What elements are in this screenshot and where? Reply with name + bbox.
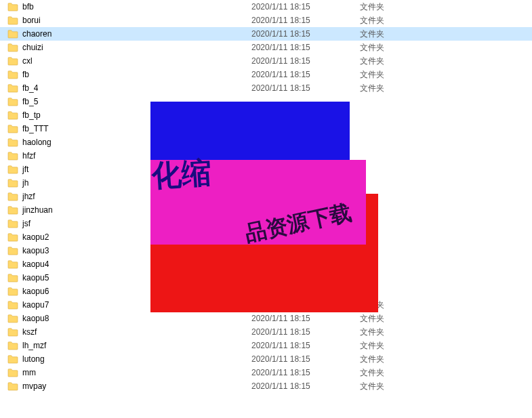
file-name: jft [22, 165, 28, 174]
file-row[interactable]: kszf2020/1/11 18:15文件夹 [0, 325, 532, 339]
name-cell[interactable]: jsf [7, 219, 251, 228]
folder-icon [7, 70, 18, 79]
name-cell[interactable]: fb_4 [7, 83, 251, 93]
date-cell: 2020/1/11 18:15 [251, 16, 360, 25]
file-row[interactable]: jhzf [0, 190, 532, 203]
name-cell[interactable]: haolong [7, 138, 251, 147]
name-cell[interactable]: kaopu8 [7, 314, 251, 323]
file-name: kaopu5 [22, 273, 49, 283]
file-row[interactable]: kaopu2 [0, 230, 532, 244]
name-cell[interactable]: hfzf [7, 151, 251, 161]
file-row[interactable]: jh [0, 176, 532, 190]
folder-icon [7, 219, 18, 228]
folder-icon [7, 124, 18, 133]
file-name: fb_TTT [22, 124, 49, 133]
name-cell[interactable]: kaopu3 [7, 246, 251, 255]
file-row[interactable]: fb_tp [0, 108, 532, 122]
name-cell[interactable]: fb_5 [7, 97, 251, 106]
type-cell: 文件夹 [360, 340, 428, 352]
name-cell[interactable]: borui [7, 16, 251, 25]
file-name: kaopu2 [22, 232, 49, 242]
file-row[interactable]: jft [0, 163, 532, 176]
folder-icon [7, 192, 18, 201]
folder-icon [7, 165, 18, 174]
file-row[interactable]: jinzhuan [0, 203, 532, 217]
name-cell[interactable]: mvpay [7, 381, 251, 391]
date-cell: 2020/1/11 18:15 [251, 83, 360, 93]
name-cell[interactable]: bfb [7, 2, 251, 12]
date-cell: 2020/1/11 18:15 [251, 56, 360, 66]
date-cell: 2020/1/11 18:15 [251, 381, 360, 391]
folder-icon [7, 56, 18, 66]
folder-icon [7, 83, 18, 93]
file-row[interactable]: kaopu3 [0, 244, 532, 257]
date-cell: 2020/1/11 18:15 [251, 341, 360, 350]
folder-icon [7, 2, 18, 12]
folder-icon [7, 205, 18, 215]
date-cell: 2020/1/11 18:15 [251, 29, 360, 39]
file-row[interactable]: chuizi2020/1/11 18:15文件夹 [0, 41, 532, 54]
file-row[interactable]: borui2020/1/11 18:15文件夹 [0, 14, 532, 27]
name-cell[interactable]: chuizi [7, 43, 251, 52]
file-row[interactable]: fb_42020/1/11 18:15文件夹 [0, 81, 532, 95]
file-row[interactable]: jsf [0, 217, 532, 230]
name-cell[interactable]: kaopu4 [7, 259, 251, 269]
name-cell[interactable]: jinzhuan [7, 205, 251, 215]
file-row[interactable]: kaopu82020/1/11 18:15文件夹 [0, 312, 532, 325]
file-row[interactable]: fb_5 [0, 95, 532, 108]
name-cell[interactable]: jft [7, 165, 251, 174]
file-name: kszf [22, 327, 37, 337]
date-cell: 2020/1/11 18:15 [251, 354, 360, 364]
type-cell: 文件夹 [360, 367, 428, 379]
name-cell[interactable]: lutong [7, 354, 251, 364]
date-cell: 2020/1/11 18:15 [251, 70, 360, 79]
name-cell[interactable]: cxl [7, 56, 251, 66]
name-cell[interactable]: jh [7, 178, 251, 188]
file-row[interactable]: lutong2020/1/11 18:15文件夹 [0, 352, 532, 366]
file-row[interactable]: kaopu5 [0, 271, 532, 285]
file-name: bfb [22, 2, 34, 12]
file-name: jh [22, 178, 28, 188]
name-cell[interactable]: kszf [7, 327, 251, 337]
file-row[interactable]: haolong [0, 135, 532, 149]
file-row[interactable]: fb2020/1/11 18:15文件夹 [0, 68, 532, 81]
name-cell[interactable]: fb_TTT [7, 124, 251, 133]
type-cell: 文件夹 [360, 313, 428, 325]
file-row[interactable]: chaoren2020/1/11 18:15文件夹 [0, 27, 532, 41]
name-cell[interactable]: mm [7, 368, 251, 377]
file-row[interactable]: kaopu6 [0, 285, 532, 298]
date-cell: 2020/1/11 18:15 [251, 314, 360, 323]
name-cell[interactable]: kaopu6 [7, 287, 251, 296]
folder-icon [7, 151, 18, 161]
file-row[interactable]: kaopu4 [0, 257, 532, 271]
name-cell[interactable]: chaoren [7, 29, 251, 39]
file-name: borui [22, 16, 41, 25]
file-row[interactable]: cxl2020/1/11 18:15文件夹 [0, 54, 532, 68]
name-cell[interactable]: kaopu7 [7, 300, 251, 310]
folder-icon [7, 138, 18, 147]
file-row[interactable]: fb_TTT [0, 122, 532, 135]
folder-icon [7, 97, 18, 106]
folder-icon [7, 287, 18, 296]
name-cell[interactable]: fb [7, 70, 251, 79]
file-name: jhzf [22, 192, 35, 201]
folder-icon [7, 300, 18, 310]
name-cell[interactable]: kaopu2 [7, 232, 251, 242]
file-row[interactable]: kaopu72020/1/11 18:15文件夹 [0, 298, 532, 312]
file-name: kaopu7 [22, 300, 49, 310]
name-cell[interactable]: fb_tp [7, 110, 251, 120]
file-row[interactable]: lh_mzf2020/1/11 18:15文件夹 [0, 339, 532, 352]
folder-icon [7, 232, 18, 242]
date-cell: 2020/1/11 18:15 [251, 2, 360, 12]
file-list[interactable]: bfb2020/1/11 18:15文件夹borui2020/1/11 18:1… [0, 0, 532, 393]
name-cell[interactable]: lh_mzf [7, 341, 251, 350]
folder-icon [7, 368, 18, 377]
file-row[interactable]: bfb2020/1/11 18:15文件夹 [0, 0, 532, 14]
name-cell[interactable]: kaopu5 [7, 273, 251, 283]
file-row[interactable]: mm2020/1/11 18:15文件夹 [0, 366, 532, 379]
file-row[interactable]: mvpay2020/1/11 18:15文件夹 [0, 379, 532, 393]
folder-icon [7, 178, 18, 188]
type-cell: 文件夹 [360, 381, 428, 392]
name-cell[interactable]: jhzf [7, 192, 251, 201]
file-row[interactable]: hfzf [0, 149, 532, 163]
